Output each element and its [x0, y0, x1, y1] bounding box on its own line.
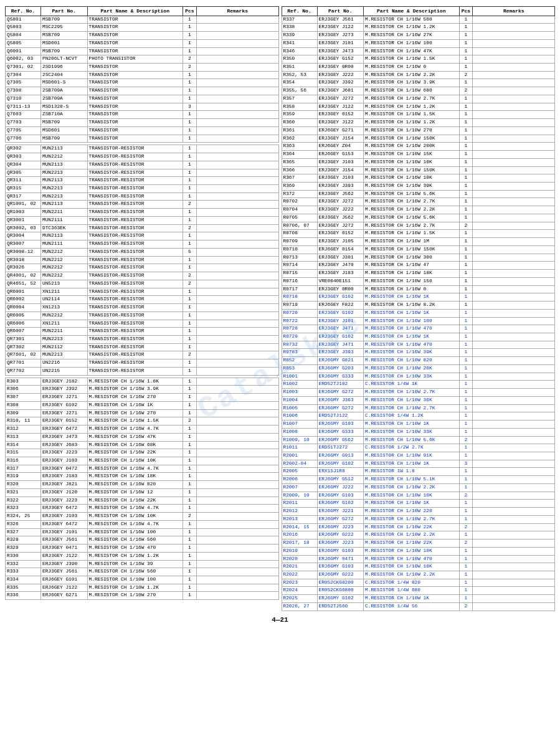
- table-row: QR1003MUN2211TRANSISTOR-RESISTOR1: [6, 209, 279, 217]
- cell-remarks: [196, 378, 278, 386]
- cell-refno: R338: [282, 24, 317, 32]
- cell-desc: M.RESISTOR CH 1/16W 22K: [87, 449, 183, 457]
- cell-refno: R0708: [282, 230, 317, 238]
- cell-remarks: [196, 169, 278, 177]
- cell-partno: MUN2113: [41, 201, 88, 209]
- cell-desc: M.RESISTOR CH 1/16W 100: [87, 528, 183, 536]
- cell-remarks: [473, 460, 555, 468]
- cell-pcs: 1: [183, 536, 197, 544]
- cell-pcs: 1: [459, 174, 473, 183]
- cell-pcs: 1: [183, 367, 197, 375]
- table-row: R315ERJ3GEY J223M.RESISTOR CH 1/16W 22K1: [6, 449, 279, 457]
- cell-refno: Q7603: [6, 111, 41, 119]
- cell-desc: M.RESISTOR CH 1/16W 560: [364, 16, 459, 24]
- cell-pcs: 1: [459, 39, 473, 47]
- table-row: R0714ERJ3GEY J470M.RESISTOR CH 1/16W 471: [282, 262, 555, 270]
- table-row: QR3008-12MUN2212TRANSISTOR-RESISTOR5: [6, 248, 279, 256]
- cell-remarks: [473, 428, 555, 436]
- cell-partno: MUN2213: [41, 193, 88, 201]
- cell-pcs: 1: [459, 245, 473, 254]
- cell-refno: QR6006: [6, 320, 41, 328]
- cell-desc: TRANSISTOR: [87, 79, 183, 87]
- cell-partno: ERJ3GEY J473: [41, 433, 88, 441]
- cell-pcs: 3: [459, 460, 473, 468]
- cell-remarks: [196, 560, 278, 568]
- cell-desc: TRANSISTOR-RESISTOR: [87, 145, 183, 153]
- cell-refno: R323: [6, 505, 41, 513]
- cell-pcs: 1: [459, 277, 473, 285]
- table-row: R0706, 07ERJ3GEY J272M.RESISTOR CH 1/16W…: [282, 222, 555, 230]
- cell-refno: QR3007: [6, 240, 41, 249]
- cell-desc: M.RESISTOR CH 1/10W 1K: [364, 595, 459, 603]
- cell-pcs: 1: [183, 87, 197, 95]
- cell-refno: R362: [282, 135, 317, 143]
- cell-refno: R1002: [282, 381, 317, 389]
- cell-partno: ERJ3GEY J473: [317, 47, 364, 55]
- cell-desc: TRANSISTOR: [87, 16, 183, 24]
- table-row: R0710ERJ6GEY 0154M.RESISTOR CH 1/10W 150…: [282, 245, 555, 254]
- cell-remarks: [473, 476, 555, 484]
- table-row: R0732ERJ3GEY J471M.RESISTOR CH 1/16W 470…: [282, 341, 555, 349]
- cell-partno: MUN2213: [41, 335, 88, 343]
- cell-refno: R2007: [282, 483, 317, 492]
- cell-pcs: 1: [183, 552, 197, 560]
- cell-refno: Q7310: [6, 95, 41, 103]
- cell-pcs: 2: [459, 523, 473, 531]
- table-row: R321ERJ3GEY J120M.RESISTOR CH 1/16W 121: [6, 488, 279, 497]
- cell-desc: M.RESISTOR CH 1/10W 2.7K: [364, 389, 459, 397]
- cell-partno: ER0S2CKG8200: [317, 579, 364, 587]
- cell-desc: M.RESISTOR CH 1/16W 39K: [364, 183, 459, 191]
- cell-pcs: 1: [459, 373, 473, 381]
- cell-refno: R335: [6, 584, 41, 592]
- cell-desc: TRANSISTOR: [87, 32, 183, 40]
- cell-remarks: [196, 224, 278, 232]
- cell-pcs: 1: [459, 428, 473, 436]
- cell-refno: Q5805: [6, 39, 41, 47]
- cell-pcs: 1: [183, 433, 197, 441]
- cell-pcs: 1: [459, 158, 473, 166]
- cell-refno: R2006: [282, 476, 317, 484]
- cell-partno: ERJ6GMY 0471: [317, 555, 364, 563]
- cell-refno: Q5803: [6, 24, 41, 32]
- cell-desc: M.RESISTOR CH 1/16W 100: [364, 39, 459, 47]
- table-row: R313ERJ3GEY J473M.RESISTOR CH 1/16W 47K1: [6, 433, 279, 441]
- table-row: R355, 56ERJ3GEY J681M.RESISTOR CH 1/16W …: [282, 87, 555, 95]
- cell-pcs: 1: [183, 32, 197, 40]
- table-row: R303ERJ3GEY J182M.RESISTOR CH 1/16W 1.8K…: [6, 378, 279, 386]
- cell-pcs: 1: [183, 288, 197, 296]
- table-row: R314ERJ3GEY J683M.RESISTOR CH 1/16W 68K1: [6, 441, 279, 449]
- cell-desc: M.RESISTOR CH 1/10W 150K: [364, 245, 459, 254]
- cell-partno: ERJ3GEY J561: [317, 16, 364, 24]
- table-row: Q7301, 022SD1996TRANSISTOR2: [6, 64, 279, 72]
- cell-partno: ER0S2CKG6800: [317, 587, 364, 595]
- cell-remarks: [196, 272, 278, 280]
- cell-partno: ERJ3GEY 6472: [41, 425, 88, 434]
- table-row: R326ERJ3GEY 6472M.RESISTOR CH 1/16W 4.7K…: [6, 520, 279, 528]
- cell-refno: Q6001: [6, 47, 41, 55]
- cell-remarks: [473, 174, 555, 183]
- cell-remarks: [196, 119, 278, 127]
- cell-pcs: 1: [459, 508, 473, 516]
- cell-partno: ERJ3GEY J122: [317, 24, 364, 32]
- cell-pcs: 1: [183, 153, 197, 161]
- cell-remarks: [473, 468, 555, 476]
- cell-partno: ERJ3GEY J273: [317, 32, 364, 40]
- cell-pcs: 1: [459, 381, 473, 389]
- table-row: Q6001MSB709TRANSISTOR1: [6, 47, 279, 55]
- cell-pcs: 1: [183, 528, 197, 536]
- cell-desc: M.RESISTOR CH 1/16W 10K: [364, 174, 459, 183]
- cell-partno: ERJ6GMY G821: [317, 357, 364, 365]
- cell-partno: ERJ3GEY 0472: [41, 465, 88, 473]
- cell-desc: M.RESISTOR CH 1/10W 100: [87, 576, 183, 584]
- cell-partno: ERJ6GEY 0154: [317, 245, 364, 254]
- cell-partno: XN1211: [41, 320, 88, 328]
- cell-pcs: 1: [183, 592, 197, 600]
- cell-refno: R328: [6, 536, 41, 544]
- cell-refno: R2021: [282, 563, 317, 571]
- cell-remarks: [196, 232, 278, 240]
- cell-refno: R1006: [282, 412, 317, 421]
- cell-desc: TRANSISTOR-RESISTOR: [87, 351, 183, 359]
- cell-pcs: 1: [183, 409, 197, 417]
- cell-partno: MUN2212: [41, 256, 88, 264]
- cell-refno: R0702: [282, 198, 317, 206]
